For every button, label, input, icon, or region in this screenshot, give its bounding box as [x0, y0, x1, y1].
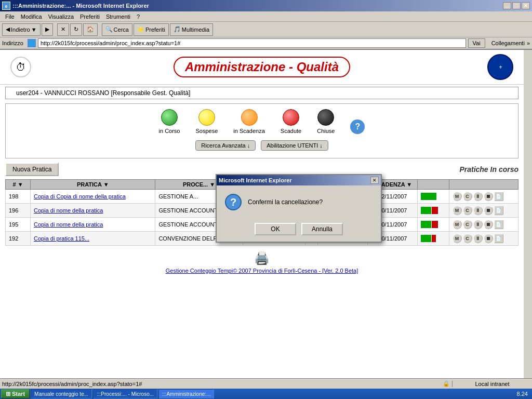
modal-title-bar: Microsoft Internet Explorer ✕ [217, 175, 381, 185]
modal-question-icon: ? [225, 194, 242, 210]
modal-dialog: Microsoft Internet Explorer ✕ ? Confermi… [216, 174, 382, 243]
modal-overlay: Microsoft Internet Explorer ✕ ? Confermi… [0, 0, 532, 399]
modal-title: Microsoft Internet Explorer [219, 177, 292, 183]
modal-body: ? Confermi la cancellazione? [217, 185, 381, 219]
modal-message: Confermi la cancellazione? [248, 198, 323, 206]
modal-close-button[interactable]: ✕ [370, 177, 379, 184]
modal-ok-button[interactable]: OK [255, 223, 296, 235]
modal-cancel-button[interactable]: Annulla [301, 223, 343, 235]
modal-buttons: OK Annulla [217, 219, 381, 242]
